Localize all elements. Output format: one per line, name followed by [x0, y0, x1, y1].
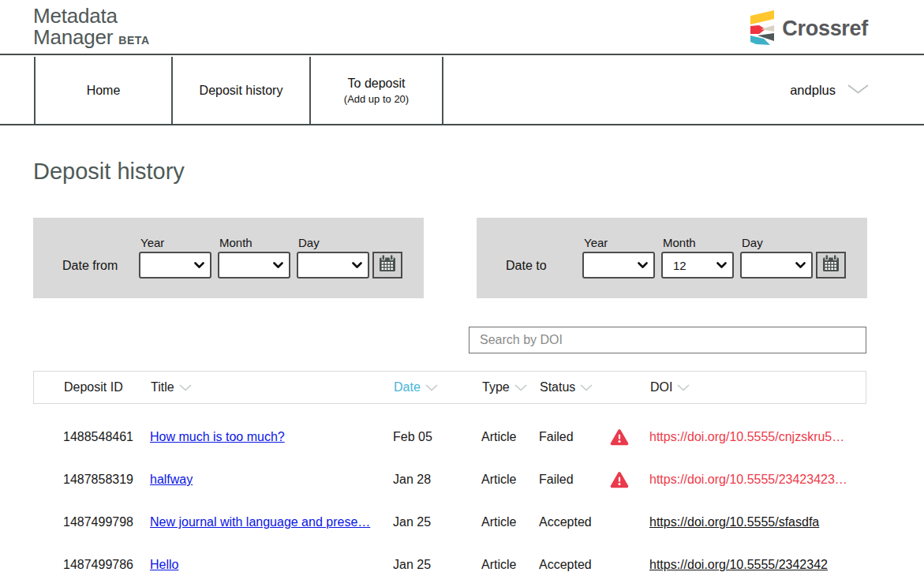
date-from-day-select[interactable]: [297, 252, 369, 279]
search-input[interactable]: [469, 327, 866, 353]
deposit-date: Feb 05: [393, 430, 432, 444]
date-to-day-group: Day: [740, 236, 846, 279]
sort-chevron-icon: [179, 384, 192, 391]
title-link[interactable]: Hello: [150, 558, 178, 572]
date-from-year-select[interactable]: [139, 252, 211, 279]
year-label: Year: [140, 236, 211, 249]
title-link[interactable]: halfway: [150, 473, 193, 487]
deposit-id: 1487499786: [63, 558, 133, 572]
beta-badge: BETA: [118, 34, 149, 47]
deposit-id: 1488548461: [63, 430, 133, 444]
deposit-date: Jan 25: [393, 558, 431, 572]
crossref-wordmark: Crossref: [782, 17, 868, 41]
column-header-status[interactable]: Status: [540, 380, 593, 394]
doi-link[interactable]: https://doi.org/10.5555/sfasdfa: [649, 515, 819, 529]
calendar-icon: [378, 254, 397, 276]
date-from-filter: Date from Year Month Day: [33, 218, 424, 298]
date-from-calendar-button[interactable]: [372, 252, 402, 279]
chevron-down-icon: [795, 262, 806, 269]
column-header-type[interactable]: Type: [482, 380, 527, 394]
sort-chevron-icon: [514, 384, 527, 391]
deposit-type: Article: [481, 473, 516, 487]
chevron-down-icon: [716, 262, 727, 269]
day-label: Day: [298, 236, 402, 249]
deposit-type: Article: [481, 430, 516, 444]
chevron-down-icon: [352, 262, 362, 269]
app-logo-line2: ManagerBETA: [33, 27, 150, 51]
top-header: Metadata ManagerBETA Crossref: [0, 0, 924, 55]
date-to-filter: Date to Year Month 12 Day: [477, 218, 867, 298]
doi-link[interactable]: https://doi.org/10.5555/cnjzskru5…: [649, 430, 844, 444]
deposit-type: Article: [481, 558, 516, 572]
date-to-month-select[interactable]: 12: [661, 252, 734, 279]
date-from-year-group: Year: [139, 236, 211, 279]
nav-item-to-deposit[interactable]: To deposit (Add up to 20): [309, 57, 443, 124]
date-from-month-select[interactable]: [218, 252, 290, 279]
nav-cells: Home Deposit history To deposit (Add up …: [34, 57, 443, 124]
column-header-deposit-id: Deposit ID: [64, 380, 123, 394]
app-logo-line1: Metadata: [33, 6, 150, 27]
app-logo[interactable]: Metadata ManagerBETA: [33, 6, 150, 51]
column-header-date[interactable]: Date: [394, 380, 438, 394]
date-from-day-group: Day: [297, 236, 402, 279]
column-header-doi[interactable]: DOI: [650, 380, 690, 394]
table-row: 1487499798 New journal with language and…: [33, 501, 866, 544]
doi-link[interactable]: https://doi.org/10.5555/2342342: [649, 558, 828, 572]
status-label: Accepted: [539, 558, 592, 572]
user-menu-label: andplus: [790, 83, 836, 98]
chevron-down-icon: [638, 262, 648, 269]
table-row: 1487499786 Hello Jan 25 Article Accepted…: [33, 544, 866, 586]
nav-item-home[interactable]: Home: [34, 57, 171, 124]
main-nav: Home Deposit history To deposit (Add up …: [0, 57, 924, 125]
sort-chevron-icon: [677, 384, 690, 391]
table-header: Deposit ID Title Date Type Status DOI: [33, 371, 866, 404]
date-to-year-select[interactable]: [582, 252, 655, 279]
crossref-chevrons-icon: [750, 9, 775, 48]
day-label: Day: [742, 236, 846, 249]
table-row: 1488548461 How much is too much? Feb 05 …: [33, 416, 866, 458]
date-from-month-group: Month: [218, 236, 290, 279]
deposit-date: Jan 25: [393, 515, 431, 529]
month-label: Month: [663, 236, 734, 249]
sort-chevron-icon: [425, 384, 438, 391]
deposit-type: Article: [481, 515, 516, 529]
table-row: 1487858319 halfway Jan 28 Article Failed…: [33, 458, 866, 501]
chevron-down-icon: [273, 262, 283, 269]
date-to-day-select[interactable]: [740, 252, 813, 279]
doi-link[interactable]: https://doi.org/10.5555/23423423…: [649, 473, 847, 487]
nav-item-deposit-history[interactable]: Deposit history: [171, 57, 309, 124]
sort-chevron-icon: [580, 384, 593, 391]
date-from-label: Date from: [62, 259, 118, 273]
date-to-calendar-button[interactable]: [816, 252, 846, 279]
date-to-year-group: Year: [582, 236, 655, 279]
status-label: Failed: [539, 430, 574, 444]
crossref-logo: Crossref: [750, 9, 868, 48]
title-link[interactable]: How much is too much?: [150, 430, 285, 444]
month-label: Month: [219, 236, 290, 249]
deposit-date: Jan 28: [393, 473, 431, 487]
column-header-title[interactable]: Title: [151, 380, 192, 394]
date-to-month-group: Month 12: [661, 236, 734, 279]
chevron-down-icon: [194, 262, 204, 269]
status-label: Accepted: [539, 515, 592, 529]
table-body: 1488548461 How much is too much? Feb 05 …: [33, 416, 866, 586]
deposit-id: 1487499798: [63, 515, 133, 529]
warning-icon: [610, 428, 629, 446]
warning-icon: [610, 471, 629, 488]
calendar-icon: [821, 254, 840, 276]
nav-item-to-deposit-sublabel: (Add up to 20): [344, 93, 409, 105]
year-label: Year: [584, 236, 655, 249]
status-label: Failed: [539, 473, 574, 487]
chevron-down-icon: [847, 83, 869, 98]
metadata-manager-app: Metadata ManagerBETA Crossref Home: [0, 0, 924, 587]
deposit-id: 1487858319: [63, 473, 133, 487]
user-menu[interactable]: andplus: [790, 83, 869, 98]
page-title: Deposit history: [33, 159, 185, 185]
date-to-label: Date to: [506, 259, 547, 273]
title-link[interactable]: New journal with language and prese…: [150, 515, 370, 529]
